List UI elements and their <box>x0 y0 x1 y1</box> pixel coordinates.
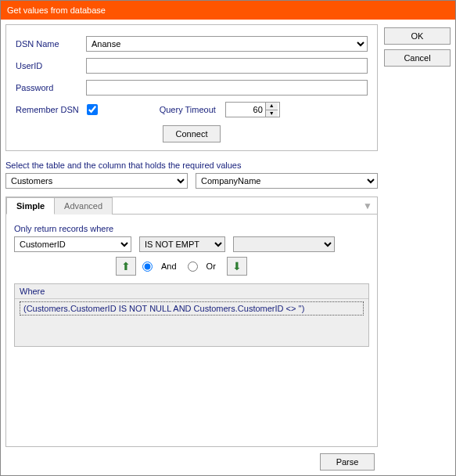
criteria-value-select[interactable] <box>233 236 335 252</box>
title-bar: Get values from database <box>1 1 455 20</box>
spin-down-icon[interactable]: ▼ <box>266 110 278 117</box>
criteria-panel: ▼ Simple Advanced Only return records wh… <box>5 197 378 447</box>
move-down-button[interactable]: ⬇ <box>227 257 247 276</box>
password-input[interactable] <box>86 80 368 96</box>
dialog-window: Get values from database DSN Name Ananse… <box>0 0 456 476</box>
or-label: Or <box>206 261 216 271</box>
table-select[interactable]: Customers <box>5 173 188 189</box>
and-radio[interactable] <box>142 261 153 272</box>
connection-group: DSN Name Ananse UserID Password Remember… <box>5 24 378 151</box>
remember-label: Remember DSN <box>16 105 79 114</box>
timeout-label: Query Timeout <box>160 105 216 114</box>
client-area: DSN Name Ananse UserID Password Remember… <box>1 20 455 475</box>
dsn-select[interactable]: Ananse <box>86 36 368 52</box>
password-label: Password <box>16 83 86 92</box>
and-label: And <box>161 261 177 271</box>
arrow-down-icon: ⬇ <box>232 260 242 272</box>
ok-button[interactable]: OK <box>384 27 451 45</box>
criteria-label: Only return records where <box>14 224 369 233</box>
dsn-label: DSN Name <box>16 39 86 49</box>
window-title: Get values from database <box>7 5 106 15</box>
column-select[interactable]: CompanyName <box>196 173 378 189</box>
criteria-field-select[interactable]: CustomerID <box>14 236 131 252</box>
tablecol-label: Select the table and the column that hol… <box>5 160 378 170</box>
move-up-button[interactable]: ⬆ <box>116 257 136 276</box>
userid-input[interactable] <box>86 58 368 74</box>
or-radio[interactable] <box>188 261 198 272</box>
timeout-spinner[interactable]: ▲ ▼ <box>225 102 280 117</box>
where-clause[interactable]: (Customers.CustomerID IS NOT NULL AND Cu… <box>20 301 364 316</box>
remember-checkbox[interactable] <box>87 104 98 115</box>
side-buttons: OK Cancel <box>384 24 451 471</box>
userid-label: UserID <box>16 61 86 70</box>
main-area: DSN Name Ananse UserID Password Remember… <box>5 24 378 471</box>
tab-advanced[interactable]: Advanced <box>54 197 113 215</box>
parse-button[interactable]: Parse <box>320 453 375 471</box>
cancel-button[interactable]: Cancel <box>384 49 451 67</box>
where-box: Where (Customers.CustomerID IS NOT NULL … <box>14 283 369 347</box>
tab-simple[interactable]: Simple <box>6 197 55 215</box>
criteria-op-select[interactable]: IS NOT EMPT <box>139 236 225 252</box>
spin-up-icon[interactable]: ▲ <box>266 103 278 110</box>
arrow-up-icon: ⬆ <box>121 260 131 272</box>
timeout-input[interactable] <box>226 103 265 117</box>
where-header: Where <box>15 284 368 299</box>
connect-button[interactable]: Connect <box>163 125 221 142</box>
